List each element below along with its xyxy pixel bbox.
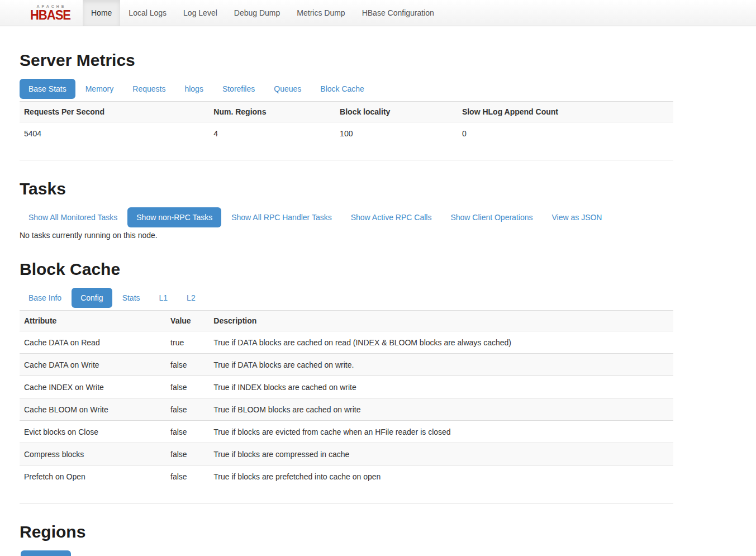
tab-block-cache[interactable]: Block Cache — [311, 79, 373, 99]
tab-label: Show Active RPC Calls — [351, 213, 432, 222]
tab-label: Block Cache — [320, 84, 364, 93]
column-header: Value — [166, 311, 209, 331]
server-metrics-table-header-row: Requests Per SecondNum. RegionsBlock loc… — [20, 102, 673, 122]
tab-show-non-rpc-tasks[interactable]: Show non-RPC Tasks — [127, 207, 221, 227]
table-row: Prefetch on Open false True if blocks ar… — [20, 465, 673, 488]
tab-label: Base Info — [28, 293, 61, 302]
tab-label: Queues — [274, 84, 301, 93]
table-row: Compress blocks false True if blocks are… — [20, 443, 673, 465]
description-cell: True if BLOOM blocks are cached on write — [209, 398, 673, 421]
block-cache-section: Block Cache Base Info Config Stats L1 — [20, 260, 673, 503]
nav-debug-dump[interactable]: Debug Dump — [226, 0, 289, 26]
tab-label: L1 — [159, 293, 168, 302]
tab-label: Memory — [85, 84, 114, 93]
attribute-cell: Cache DATA on Read — [20, 331, 166, 354]
attribute-cell: Cache BLOOM on Write — [20, 398, 166, 421]
navbar-item-label: HBase Configuration — [362, 7, 434, 18]
tab-label: Base Stats — [28, 84, 66, 93]
hbase-logo[interactable]: APACHE HBASE — [22, 0, 78, 26]
table-row: Cache INDEX on Write false True if INDEX… — [20, 376, 673, 398]
tab-label: Requests — [132, 84, 165, 93]
table-cell: 4 — [209, 122, 335, 145]
tab-label: View as JSON — [551, 213, 602, 222]
tab-label: Stats — [122, 293, 140, 302]
block-cache-heading: Block Cache — [20, 260, 673, 278]
attribute-cell: Evict blocks on Close — [20, 421, 166, 443]
tab-stats[interactable]: Stats — [113, 288, 149, 308]
server-metrics-table: Requests Per SecondNum. RegionsBlock loc… — [20, 101, 673, 144]
tab-base-stats[interactable]: Base Stats — [20, 79, 75, 99]
value-cell: true — [166, 331, 209, 354]
column-header: Attribute — [20, 311, 166, 331]
value-cell: false — [166, 443, 209, 465]
block-cache-table-header-row: AttributeValueDescription — [20, 311, 673, 331]
description-cell: True if DATA blocks are cached on read (… — [209, 331, 673, 354]
value-cell: false — [166, 354, 209, 376]
server-metrics-section: Server Metrics Base Stats Memory Request… — [20, 51, 673, 160]
tab-base-info[interactable]: Base Info — [20, 288, 70, 308]
nav-home[interactable]: Home — [83, 0, 120, 26]
tab-show-active-rpc-calls[interactable]: Show Active RPC Calls — [342, 207, 441, 227]
table-cell: 0 — [458, 122, 673, 145]
tab-show-all-rpc-handler-tasks[interactable]: Show All RPC Handler Tasks — [222, 207, 340, 227]
value-cell: false — [166, 421, 209, 443]
tab-label: Show All Monitored Tasks — [28, 213, 117, 222]
nav-log-level[interactable]: Log Level — [175, 0, 226, 26]
hbase-logo-text: HBASE — [30, 9, 70, 21]
server-metrics-tabs: Base Stats Memory Requests hlogs Storefi… — [20, 79, 673, 99]
tab-label: Show All RPC Handler Tasks — [231, 213, 331, 222]
description-cell: True if blocks are evicted from cache wh… — [209, 421, 673, 443]
navbar-item-label: Debug Dump — [234, 7, 280, 18]
tab-config[interactable]: Config — [72, 288, 112, 308]
value-cell: false — [166, 376, 209, 398]
tab-label: hlogs — [184, 84, 203, 93]
nav-metrics-dump[interactable]: Metrics Dump — [288, 0, 353, 26]
value-cell: false — [166, 398, 209, 421]
tab-hlogs[interactable]: hlogs — [175, 79, 212, 99]
top-navbar: APACHE HBASE Home Local Logs Log Level D… — [0, 0, 756, 26]
block-cache-table-wrap: AttributeValueDescription Cache DATA on … — [20, 310, 673, 503]
main-content: Server Metrics Base Stats Memory Request… — [20, 51, 673, 556]
tab-label: L2 — [187, 293, 196, 302]
column-header: Requests Per Second — [20, 102, 209, 122]
column-header: Block locality — [335, 102, 458, 122]
tab-queues[interactable]: Queues — [265, 79, 310, 99]
nav-hbase-configuration[interactable]: HBase Configuration — [354, 0, 443, 26]
table-cell: 100 — [335, 122, 458, 145]
description-cell: True if DATA blocks are cached on write. — [209, 354, 673, 376]
tab-show-client-operations[interactable]: Show Client Operations — [441, 207, 541, 227]
tab-storefiles[interactable]: Storefiles — [213, 79, 264, 99]
server-metrics-heading: Server Metrics — [20, 51, 673, 69]
table-row: Cache BLOOM on Write false True if BLOOM… — [20, 398, 673, 421]
column-header: Num. Regions — [209, 102, 335, 122]
tasks-tabs: Show All Monitored Tasks Show non-RPC Ta… — [20, 207, 673, 227]
tab-requests[interactable]: Requests — [123, 79, 174, 99]
tasks-heading: Tasks — [20, 179, 673, 198]
table-row: Cache DATA on Read true True if DATA blo… — [20, 331, 673, 354]
table-cell: 5404 — [20, 122, 209, 145]
tab-label: Storefiles — [222, 84, 255, 93]
navbar-item-label: Log Level — [183, 7, 217, 18]
tab-show-all-monitored-tasks[interactable]: Show All Monitored Tasks — [20, 207, 126, 227]
table-row: Evict blocks on Close false True if bloc… — [20, 421, 673, 443]
tab-label: Config — [80, 293, 103, 302]
navbar-item-label: Metrics Dump — [297, 7, 345, 18]
description-cell: True if blocks are compressed in cache — [209, 443, 673, 465]
nav-local-logs[interactable]: Local Logs — [120, 0, 175, 26]
navbar-item-label: Local Logs — [129, 7, 167, 18]
column-header: Description — [209, 311, 673, 331]
value-cell: false — [166, 465, 209, 488]
tab-label: Show Client Operations — [450, 213, 532, 222]
table-row: Cache DATA on Write false True if DATA b… — [20, 354, 673, 376]
tasks-empty-message: No tasks currently running on this node. — [20, 230, 673, 241]
attribute-cell: Compress blocks — [20, 443, 166, 465]
regions-heading: Regions — [20, 522, 673, 541]
server-metrics-table-wrap: Requests Per SecondNum. RegionsBlock loc… — [20, 101, 673, 160]
block-cache-tabs: Base Info Config Stats L1 L2 — [20, 288, 673, 308]
tab-memory[interactable]: Memory — [77, 79, 123, 99]
attribute-cell: Cache DATA on Write — [20, 354, 166, 376]
regions-tab-partial[interactable] — [21, 550, 71, 556]
tab-l1[interactable]: L1 — [150, 288, 177, 308]
tab-view-as-json[interactable]: View as JSON — [543, 207, 611, 227]
tab-l2[interactable]: L2 — [178, 288, 205, 308]
